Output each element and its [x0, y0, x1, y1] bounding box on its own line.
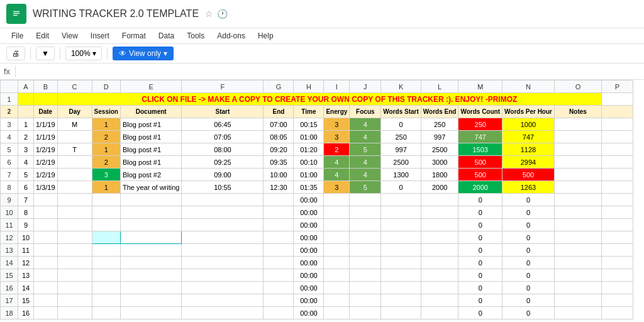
cell-e5[interactable]: Blog post #1 [120, 143, 181, 156]
cell-e7[interactable]: Blog post #2 [120, 169, 181, 181]
menu-view[interactable]: View [57, 30, 83, 42]
cell-h3[interactable]: 00:15 [294, 118, 324, 131]
cell-d8[interactable]: 1 [92, 181, 120, 194]
col-header-i[interactable]: I [324, 80, 350, 93]
col-header-m[interactable]: M [458, 80, 502, 93]
cell-g9[interactable] [264, 194, 294, 206]
cell-f7[interactable]: 09:00 [182, 169, 264, 181]
banner-text-cell[interactable]: CLICK ON FILE -> MAKE A COPY TO CREATE Y… [57, 93, 601, 106]
cell-p7[interactable] [601, 169, 633, 181]
cell-l7[interactable]: 1800 [421, 169, 458, 181]
menu-edit[interactable]: Edit [31, 30, 54, 42]
cell-j3[interactable]: 4 [350, 118, 381, 131]
col-header-e[interactable]: E [120, 80, 181, 93]
cell-o5[interactable] [554, 143, 601, 156]
cell-l8[interactable]: 2000 [421, 181, 458, 194]
cell-l9[interactable] [421, 194, 458, 206]
cell-k4[interactable]: 250 [381, 131, 421, 143]
cell-n5[interactable]: 1128 [502, 143, 555, 156]
cell-j5[interactable]: 5 [350, 143, 381, 156]
cell-k3[interactable]: 0 [381, 118, 421, 131]
cell-e4[interactable]: Blog post #1 [120, 131, 181, 143]
col-header-f[interactable]: F [182, 80, 264, 93]
cell-b9[interactable] [34, 194, 58, 206]
cell-b1[interactable] [34, 93, 58, 106]
cell-g5[interactable]: 09:20 [264, 143, 294, 156]
cell-m4[interactable]: 747 [458, 131, 502, 143]
cell-l6[interactable]: 3000 [421, 156, 458, 169]
cell-p6[interactable] [601, 156, 633, 169]
cell-c4[interactable] [57, 131, 92, 143]
menu-file[interactable]: File [6, 30, 28, 42]
cell-n3[interactable]: 1000 [502, 118, 555, 131]
cell-a5[interactable]: 3 [18, 143, 34, 156]
cell-n9[interactable]: 0 [502, 194, 555, 206]
cell-h9[interactable]: 00:00 [294, 194, 324, 206]
col-header-d[interactable]: D [92, 80, 120, 93]
cell-f6[interactable]: 09:25 [182, 156, 264, 169]
cell-k5[interactable]: 997 [381, 143, 421, 156]
cell-i8[interactable]: 3 [324, 181, 350, 194]
cell-f8[interactable]: 10:55 [182, 181, 264, 194]
cell-a1[interactable] [18, 93, 34, 106]
filter-button[interactable]: ▼ [36, 47, 55, 60]
cell-j9[interactable] [350, 194, 381, 206]
cell-o6[interactable] [554, 156, 601, 169]
col-header-a[interactable]: A [18, 80, 34, 93]
col-header-k[interactable]: K [381, 80, 421, 93]
cell-f5[interactable]: 08:00 [182, 143, 264, 156]
cell-a4[interactable]: 2 [18, 131, 34, 143]
cell-j4[interactable]: 4 [350, 131, 381, 143]
cell-a7[interactable]: 5 [18, 169, 34, 181]
cell-m6[interactable]: 500 [458, 156, 502, 169]
cell-b8[interactable]: 1/3/19 [34, 181, 58, 194]
col-header-l[interactable]: L [421, 80, 458, 93]
cell-h6[interactable]: 00:10 [294, 156, 324, 169]
cell-p3[interactable] [601, 118, 633, 131]
col-header-c[interactable]: C [57, 80, 92, 93]
cell-e6[interactable]: Blog post #1 [120, 156, 181, 169]
menu-data[interactable]: Data [153, 30, 179, 42]
col-header-o[interactable]: O [554, 80, 601, 93]
col-header-h[interactable]: H [294, 80, 324, 93]
formula-input[interactable] [21, 67, 640, 76]
cell-i3[interactable]: 3 [324, 118, 350, 131]
cell-a8[interactable]: 6 [18, 181, 34, 194]
col-header-b[interactable]: B [34, 80, 58, 93]
cell-d6[interactable]: 2 [92, 156, 120, 169]
cell-c9[interactable] [57, 194, 92, 206]
cell-l3[interactable]: 250 [421, 118, 458, 131]
cell-n6[interactable]: 2994 [502, 156, 555, 169]
cell-p9[interactable] [601, 194, 633, 206]
cell-i5[interactable]: 2 [324, 143, 350, 156]
cell-b3[interactable]: 1/1/19 [34, 118, 58, 131]
cell-b6[interactable]: 1/2/19 [34, 156, 58, 169]
col-header-p[interactable]: P [601, 80, 633, 93]
print-button[interactable]: 🖨 [6, 47, 25, 60]
cell-i9[interactable] [324, 194, 350, 206]
cell-b4[interactable]: 1/1/19 [34, 131, 58, 143]
cell-n7[interactable]: 500 [502, 169, 555, 181]
cell-j7[interactable]: 4 [350, 169, 381, 181]
zoom-button[interactable]: 100% ▾ [65, 47, 102, 60]
menu-addons[interactable]: Add-ons [212, 30, 250, 42]
cell-k7[interactable]: 1300 [381, 169, 421, 181]
cell-m7[interactable]: 500 [458, 169, 502, 181]
cell-m5[interactable]: 1503 [458, 143, 502, 156]
cell-g8[interactable]: 12:30 [264, 181, 294, 194]
cell-k9[interactable] [381, 194, 421, 206]
view-only-button[interactable]: 👁 View only ▾ [113, 47, 174, 60]
cell-n4[interactable]: 747 [502, 131, 555, 143]
cell-p8[interactable] [601, 181, 633, 194]
cell-e8[interactable]: The year of writing [120, 181, 181, 194]
cell-j8[interactable]: 5 [350, 181, 381, 194]
cell-a6[interactable]: 4 [18, 156, 34, 169]
col-header-j[interactable]: J [350, 80, 381, 93]
cell-e3[interactable]: Blog post #1 [120, 118, 181, 131]
cell-o8[interactable] [554, 181, 601, 194]
cell-d5[interactable]: 1 [92, 143, 120, 156]
cell-c5[interactable]: T [57, 143, 92, 156]
cell-o7[interactable] [554, 169, 601, 181]
cell-c6[interactable] [57, 156, 92, 169]
col-header-n[interactable]: N [502, 80, 555, 93]
